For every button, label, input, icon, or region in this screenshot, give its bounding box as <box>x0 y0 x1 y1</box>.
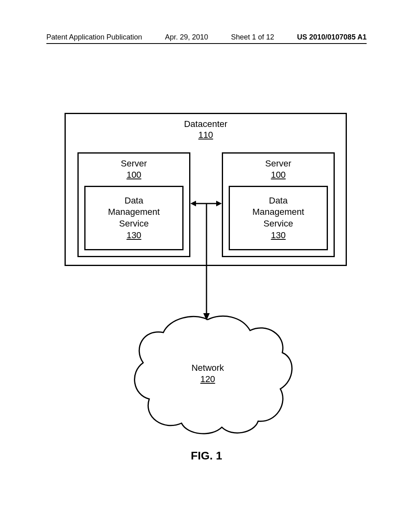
network-ref-num: 120 <box>121 374 294 384</box>
dms-line3: Service <box>119 218 148 230</box>
dms-ref-num: 130 <box>271 230 286 241</box>
sheet-number: Sheet 1 of 12 <box>231 33 274 42</box>
datacenter-label: Datacenter <box>65 119 347 129</box>
dms-line3: Service <box>263 218 293 230</box>
dms-ref-num: 130 <box>127 230 142 241</box>
down-arrow-icon <box>202 204 211 320</box>
network-label: Network <box>121 363 294 373</box>
datacenter-ref-num: 110 <box>65 130 347 140</box>
dms-box-right: Data Management Service 130 <box>229 186 328 250</box>
page-header: Patent Application Publication Apr. 29, … <box>46 33 367 44</box>
svg-marker-2 <box>216 201 222 206</box>
dms-line2: Management <box>252 206 304 218</box>
dms-line1: Data <box>125 195 143 207</box>
publication-date: Apr. 29, 2010 <box>165 33 208 42</box>
dms-line2: Management <box>108 206 160 218</box>
server-label: Server <box>79 158 189 169</box>
server-ref-num: 100 <box>223 170 334 180</box>
patent-figure-page: Patent Application Publication Apr. 29, … <box>0 0 413 532</box>
document-number: US 2010/0107085 A1 <box>297 33 367 42</box>
server-ref-num: 100 <box>79 170 189 180</box>
dms-box-left: Data Management Service 130 <box>84 186 184 250</box>
server-box-right: Server 100 Data Management Service 130 <box>222 152 335 257</box>
dms-line1: Data <box>269 195 288 207</box>
publication-label: Patent Application Publication <box>46 33 142 42</box>
server-box-left: Server 100 Data Management Service 130 <box>77 152 190 257</box>
server-label: Server <box>223 158 334 169</box>
svg-marker-1 <box>190 201 196 206</box>
figure-caption: FIG. 1 <box>0 449 413 462</box>
